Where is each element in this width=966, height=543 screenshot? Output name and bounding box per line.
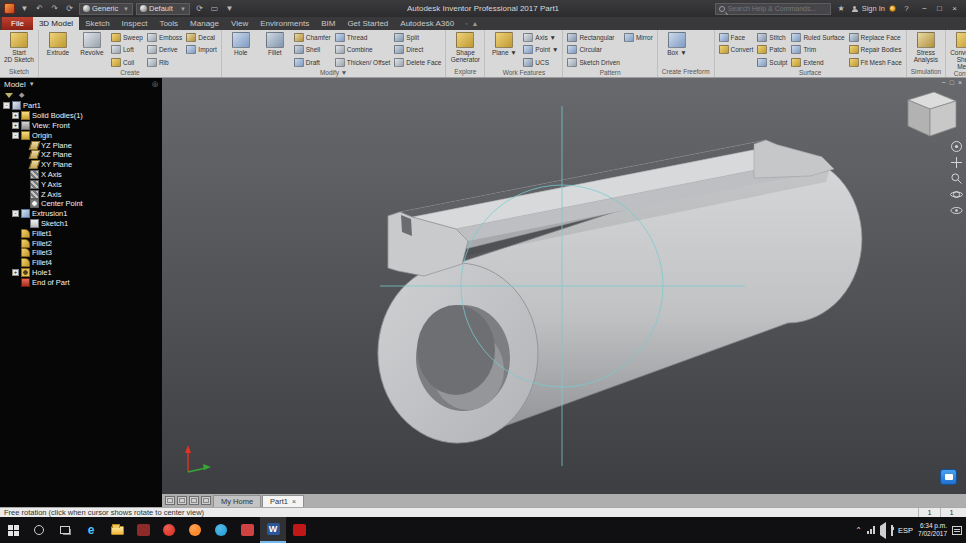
ribbon-button-trim[interactable]: Trim — [789, 44, 846, 57]
material-combo[interactable]: Generic ▼ — [79, 3, 133, 15]
update-icon[interactable]: ⟳ — [63, 2, 76, 15]
tab-get-started[interactable]: Get Started — [341, 17, 394, 30]
tree-item-part1[interactable]: -Part1 — [0, 101, 162, 111]
browser-pin-icon[interactable]: ◆ — [19, 91, 24, 99]
battery-icon[interactable] — [891, 526, 893, 535]
ribbon-button-direct[interactable]: Direct — [392, 44, 443, 57]
expander-plus-icon[interactable]: + — [12, 112, 19, 119]
expander-minus-icon[interactable]: - — [3, 102, 10, 109]
tree-item-sketch1[interactable]: Sketch1 — [0, 219, 162, 229]
ribbon-panel-label-create[interactable]: Create — [41, 69, 219, 78]
doc-restore-icon[interactable]: □ — [950, 79, 954, 86]
ribbon-panel-label-work-features[interactable]: Work Features — [487, 69, 560, 78]
ribbon-panel-label-pattern[interactable]: Pattern — [565, 69, 654, 78]
ribbon-button-replace-face[interactable]: Replace Face — [847, 31, 904, 44]
ribbon-button-patch[interactable]: Patch — [755, 44, 789, 57]
collapse-ribbon-icon[interactable]: ▲ — [472, 20, 479, 27]
ribbon-button-thicken-offset[interactable]: Thicken/ Offset — [333, 56, 393, 69]
chevron-down-icon[interactable]: ▼ — [29, 81, 35, 87]
ribbon-button-revolve[interactable]: Revolve — [75, 31, 109, 56]
tree-item-end-of-part[interactable]: End of Part — [0, 277, 162, 287]
expander-minus-icon[interactable]: - — [12, 210, 19, 217]
ribbon-button-decal[interactable]: Decal — [184, 31, 218, 44]
ribbon-button-fit-mesh-face[interactable]: Fit Mesh Face — [847, 56, 904, 69]
taskbar-app-app-blue-circle[interactable] — [208, 517, 234, 543]
ribbon-panel-label-modify[interactable]: Modify ▼ — [224, 69, 444, 78]
taskbar-clock[interactable]: 6:34 p.m. 7/02/2017 — [918, 522, 947, 538]
tab-tools[interactable]: Tools — [153, 17, 184, 30]
ribbon-button-sweep[interactable]: Sweep — [109, 31, 145, 44]
ribbon-panel-label-create-freeform[interactable]: Create Freeform — [660, 68, 712, 77]
taskbar-app-app-red-circle[interactable] — [156, 517, 182, 543]
ribbon-button-circular[interactable]: Circular — [565, 44, 621, 57]
tree-item-hole1[interactable]: +Hole1 — [0, 268, 162, 278]
taskbar-app-app-red-tile[interactable] — [234, 517, 260, 543]
save-icon[interactable]: ▼ — [18, 2, 31, 15]
tree-item-x-axis[interactable]: X Axis — [0, 170, 162, 180]
document-tab-part1[interactable]: Part1× — [262, 495, 304, 507]
tree-item-fillet1[interactable]: Fillet1 — [0, 228, 162, 238]
browser-title[interactable]: Model — [4, 80, 26, 89]
cascade-windows-icon[interactable] — [189, 496, 199, 505]
volume-icon[interactable] — [880, 526, 886, 535]
look-at-icon[interactable] — [950, 204, 963, 217]
ribbon-button-stitch[interactable]: Stitch — [755, 31, 789, 44]
tree-item-fillet2[interactable]: Fillet2 — [0, 238, 162, 248]
pan-icon[interactable] — [950, 156, 963, 169]
3d-viewport[interactable]: − □ × My HomePart1× — [162, 78, 966, 507]
taskbar-app-microsoft-edge[interactable]: e — [78, 517, 104, 543]
tree-item-y-axis[interactable]: Y Axis — [0, 179, 162, 189]
ribbon-button-convert[interactable]: Convert — [717, 44, 756, 57]
ribbon-button-extrude[interactable]: Extrude — [41, 31, 75, 56]
task-view-button[interactable] — [52, 517, 78, 543]
tab-bim[interactable]: BIM — [315, 17, 341, 30]
taskbar-app-word[interactable]: W — [260, 517, 286, 543]
switch-windows-icon[interactable] — [201, 496, 211, 505]
close-button[interactable]: × — [947, 2, 962, 15]
alert-badge-icon[interactable] — [889, 5, 896, 12]
ribbon-button-ruled-surface[interactable]: Ruled Surface — [789, 31, 846, 44]
ribbon-button-sculpt[interactable]: Sculpt — [755, 56, 789, 69]
tab-3d-model[interactable]: 3D Model — [33, 17, 79, 30]
ribbon-button-fillet[interactable]: Fillet — [258, 31, 292, 56]
ribbon-button-axis[interactable]: Axis ▼ — [521, 31, 560, 44]
tree-item-yz-plane[interactable]: YZ Plane — [0, 140, 162, 150]
doc-close-icon[interactable]: × — [958, 79, 962, 86]
taskbar-app-app-crimson-tile[interactable] — [286, 517, 312, 543]
orbit-icon[interactable] — [950, 188, 963, 201]
tile-windows-icon[interactable] — [177, 496, 187, 505]
ribbon-button-sketch-driven[interactable]: Sketch Driven — [565, 56, 621, 69]
ribbon-button-shell[interactable]: Shell — [292, 44, 333, 57]
ribbon-button-repair-bodies[interactable]: Repair Bodies — [847, 44, 904, 57]
view-cube[interactable] — [908, 92, 956, 136]
undo-icon[interactable]: ↶ — [33, 2, 46, 15]
action-center-icon[interactable] — [952, 526, 962, 535]
refresh-icon[interactable]: ⟳ — [193, 2, 206, 15]
expander-plus-icon[interactable]: + — [12, 269, 19, 276]
tree-item-extrusion1[interactable]: -Extrusion1 — [0, 209, 162, 219]
qat-dropdown-icon[interactable]: ▼ — [223, 2, 236, 15]
ribbon-panel-label-simulation[interactable]: Simulation — [909, 68, 943, 77]
tree-item-fillet4[interactable]: Fillet4 — [0, 258, 162, 268]
tree-item-view-front[interactable]: +View: Front — [0, 121, 162, 131]
tree-item-origin[interactable]: -Origin — [0, 130, 162, 140]
ribbon-button-derive[interactable]: Derive — [145, 44, 184, 57]
part-model[interactable] — [378, 140, 862, 443]
feedback-chat-icon[interactable] — [940, 469, 957, 485]
taskbar-app-file-explorer[interactable] — [104, 517, 130, 543]
tree-item-xy-plane[interactable]: XY Plane — [0, 160, 162, 170]
tab-environments[interactable]: Environments — [254, 17, 315, 30]
browser-options-icon[interactable]: ◎ — [152, 80, 158, 88]
language-indicator[interactable]: ESP — [898, 526, 913, 535]
tree-item-z-axis[interactable]: Z Axis — [0, 189, 162, 199]
tree-item-center-point[interactable]: Center Point — [0, 199, 162, 209]
search-input[interactable] — [728, 5, 827, 12]
arrange-windows-icon[interactable] — [165, 496, 175, 505]
filter-funnel-icon[interactable] — [5, 93, 13, 98]
ribbon-button-thread[interactable]: Thread — [333, 31, 393, 44]
cortana-search-button[interactable] — [26, 517, 52, 543]
tree-item-xz-plane[interactable]: XZ Plane — [0, 150, 162, 160]
ribbon-button-box[interactable]: Box ▼ — [660, 31, 694, 56]
ribbon-button-stress-analysis[interactable]: Stress Analysis — [909, 31, 943, 63]
expander-plus-icon[interactable]: + — [12, 122, 19, 129]
